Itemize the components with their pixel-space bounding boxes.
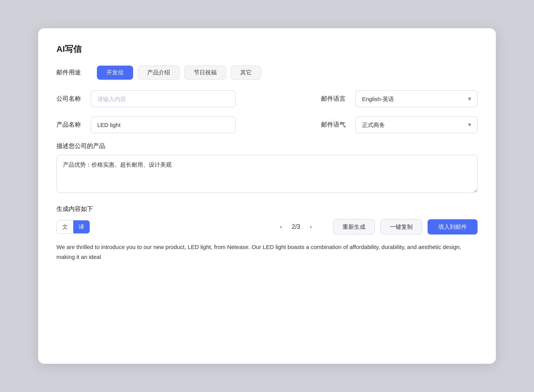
- language-group: 邮件语言 English-英语 中文 日语 韩语 ▼: [321, 90, 478, 107]
- tone-group: 邮件语气 正式商务 友好随意 专业技术 ▼: [321, 116, 478, 133]
- describe-section: 描述您公司的产品 产品优势：价格实惠、超长耐用、设计美观: [56, 142, 478, 194]
- lang-btn-translated[interactable]: 译: [73, 220, 90, 233]
- language-select-wrap: English-英语 中文 日语 韩语 ▼: [355, 90, 478, 107]
- generated-content: We are thrilled to introduce you to our …: [56, 242, 478, 262]
- language-select[interactable]: English-英语 中文 日语 韩语: [355, 90, 478, 107]
- regenerate-button[interactable]: 重新生成: [333, 219, 375, 235]
- page-next-button[interactable]: ›: [306, 222, 316, 232]
- tab-product-intro[interactable]: 产品介绍: [138, 66, 180, 80]
- tone-select-wrap: 正式商务 友好随意 专业技术 ▼: [355, 116, 478, 133]
- tab-holiday[interactable]: 节日祝福: [184, 66, 226, 80]
- product-label: 产品名称: [56, 121, 91, 129]
- lang-toggle: 文 译: [56, 220, 90, 234]
- main-card: AI写信 邮件用途 开发信 产品介绍 节日祝福 其它 公司名称 邮件语言 Eng…: [38, 28, 496, 364]
- page-info: 2/3: [292, 223, 300, 230]
- product-group: 产品名称: [56, 116, 298, 133]
- copy-button[interactable]: 一键复制: [380, 219, 422, 235]
- product-tone-row: 产品名称 邮件语气 正式商务 友好随意 专业技术 ▼: [56, 116, 478, 133]
- product-input[interactable]: [91, 116, 236, 133]
- company-input[interactable]: [91, 90, 236, 107]
- generated-section: 生成内容如下 文 译 ‹ 2/3 › 重新生成 一键复制 填入到邮件 We ar…: [56, 205, 478, 262]
- purpose-row: 邮件用途 开发信 产品介绍 节日祝福 其它: [56, 66, 478, 80]
- company-label: 公司名称: [56, 95, 91, 103]
- generated-toolbar: 文 译 ‹ 2/3 › 重新生成 一键复制 填入到邮件: [56, 219, 478, 235]
- action-buttons: 重新生成 一键复制 填入到邮件: [333, 219, 478, 235]
- fill-email-button[interactable]: 填入到邮件: [428, 219, 478, 235]
- tab-other[interactable]: 其它: [231, 66, 261, 80]
- page-title: AI写信: [56, 43, 478, 55]
- page-prev-button[interactable]: ‹: [276, 222, 286, 232]
- describe-label: 描述您公司的产品: [56, 142, 478, 150]
- generated-label: 生成内容如下: [56, 205, 478, 213]
- company-language-row: 公司名称 邮件语言 English-英语 中文 日语 韩语 ▼: [56, 90, 478, 107]
- describe-textarea[interactable]: 产品优势：价格实惠、超长耐用、设计美观: [56, 155, 478, 193]
- tab-kaifa[interactable]: 开发信: [97, 66, 133, 80]
- purpose-label: 邮件用途: [56, 69, 91, 77]
- company-group: 公司名称: [56, 90, 298, 107]
- language-label: 邮件语言: [321, 95, 355, 103]
- purpose-tabs: 开发信 产品介绍 节日祝福 其它: [97, 66, 261, 80]
- lang-btn-original[interactable]: 文: [57, 220, 73, 233]
- tone-label: 邮件语气: [321, 121, 355, 129]
- pagination: ‹ 2/3 ›: [276, 222, 316, 232]
- tone-select[interactable]: 正式商务 友好随意 专业技术: [355, 116, 478, 133]
